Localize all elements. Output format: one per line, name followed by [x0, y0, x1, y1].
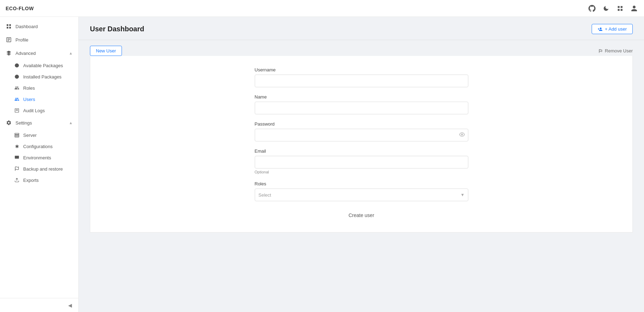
sidebar-collapse-button[interactable]: ◀ [0, 298, 78, 312]
add-user-button[interactable]: + Add user [592, 24, 633, 34]
moon-icon[interactable] [602, 4, 610, 13]
grid-icon[interactable] [616, 4, 624, 13]
svg-rect-3 [621, 9, 623, 11]
installed-packages-icon [14, 74, 20, 79]
email-hint: Optional [255, 170, 468, 174]
name-field-group: Name [255, 94, 468, 114]
sidebar-section-settings-label: Settings [15, 120, 65, 126]
brand-label: ECO-FLOW [6, 6, 34, 11]
sidebar-item-users[interactable]: Users [0, 94, 78, 105]
sidebar-section-settings[interactable]: Settings ▲ [0, 116, 78, 129]
topbar-icons [588, 4, 638, 13]
main-content-area: User Dashboard + Add user New User Remov… [79, 17, 644, 312]
configurations-icon: ✱ [14, 144, 20, 149]
svg-rect-1 [621, 6, 623, 8]
roles-select[interactable]: Select [255, 189, 468, 201]
sidebar-item-configurations[interactable]: ✱ Configurations [0, 141, 78, 152]
sidebar: Dashboard Profile Advanced ▲ [0, 17, 79, 312]
username-label: Username [255, 67, 468, 72]
advanced-chevron-icon: ▲ [69, 51, 73, 55]
sidebar-item-profile-label: Profile [15, 37, 73, 43]
password-wrapper [255, 129, 468, 141]
svg-point-13 [16, 65, 18, 66]
sidebar-item-audit-logs-label: Audit Logs [23, 108, 45, 113]
sidebar-item-installed-packages[interactable]: Installed Packages [0, 71, 78, 82]
name-input[interactable] [255, 102, 468, 114]
email-input[interactable] [255, 156, 468, 168]
sidebar-item-available-packages-label: Available Packages [23, 63, 63, 68]
sidebar-item-environments[interactable]: Environments [0, 152, 78, 163]
profile-icon [6, 37, 12, 43]
environments-icon [14, 155, 20, 160]
sidebar-item-users-label: Users [23, 97, 35, 102]
sidebar-item-installed-packages-label: Installed Packages [23, 74, 61, 79]
server-icon [14, 132, 20, 138]
remove-user-button[interactable]: Remove User [598, 48, 633, 53]
advanced-icon [6, 50, 12, 56]
name-label: Name [255, 94, 468, 100]
svg-rect-22 [15, 156, 19, 159]
user-avatar-icon[interactable] [630, 4, 638, 13]
svg-rect-20 [15, 135, 19, 136]
remove-user-icon [598, 49, 603, 53]
page-title: User Dashboard [90, 25, 144, 33]
users-icon [14, 96, 20, 102]
svg-rect-2 [618, 9, 619, 11]
layout: Dashboard Profile Advanced ▲ [0, 17, 644, 312]
roles-icon [14, 85, 20, 91]
sidebar-item-backup-restore-label: Backup and restore [23, 166, 63, 172]
sidebar-item-audit-logs[interactable]: Audit Logs [0, 105, 78, 116]
svg-rect-19 [15, 133, 19, 134]
sidebar-item-dashboard[interactable]: Dashboard [0, 20, 78, 33]
sidebar-item-configurations-label: Configurations [23, 144, 53, 149]
password-toggle-icon[interactable] [459, 132, 465, 139]
svg-point-25 [461, 134, 463, 135]
svg-rect-6 [7, 27, 8, 28]
topbar: ECO-FLOW [0, 0, 644, 17]
available-packages-icon [14, 63, 20, 68]
roles-select-wrapper: Select ▼ [255, 189, 468, 201]
sidebar-item-dashboard-label: Dashboard [15, 24, 73, 29]
roles-label: Roles [255, 181, 468, 186]
sidebar-section-advanced[interactable]: Advanced ▲ [0, 46, 78, 60]
sidebar-item-exports[interactable]: Exports [0, 174, 78, 186]
settings-icon [6, 120, 12, 126]
svg-rect-4 [7, 24, 8, 26]
email-label: Email [255, 148, 468, 154]
sidebar-item-roles[interactable]: Roles [0, 82, 78, 94]
username-input[interactable] [255, 75, 468, 87]
add-user-button-label: + Add user [605, 26, 627, 32]
create-user-button-label: Create user [349, 212, 374, 218]
backup-restore-icon [14, 166, 20, 172]
sidebar-item-backup-restore[interactable]: Backup and restore [0, 163, 78, 174]
password-input[interactable] [255, 129, 468, 141]
exports-icon [14, 177, 20, 183]
username-field-group: Username [255, 67, 468, 87]
add-user-icon [598, 27, 603, 32]
svg-rect-7 [9, 27, 11, 28]
main-header: User Dashboard + Add user [79, 17, 644, 40]
sidebar-item-roles-label: Roles [23, 85, 35, 91]
form-inner: Username Name Password [249, 67, 474, 221]
sidebar-section-advanced-label: Advanced [15, 51, 65, 56]
roles-field-group: Roles Select ▼ [255, 181, 468, 201]
svg-rect-5 [9, 24, 11, 26]
sidebar-item-server[interactable]: Server [0, 129, 78, 141]
password-field-group: Password [255, 121, 468, 141]
content-area: New User Remove User Username [79, 40, 644, 233]
audit-logs-icon [14, 108, 20, 113]
sidebar-item-profile[interactable]: Profile [0, 33, 78, 46]
new-user-tab-label: New User [96, 48, 116, 53]
svg-point-15 [16, 76, 18, 78]
sidebar-item-available-packages[interactable]: Available Packages [0, 60, 78, 71]
github-icon[interactable] [588, 4, 596, 13]
new-user-tab[interactable]: New User [90, 46, 122, 56]
collapse-icon: ◀ [66, 301, 74, 310]
svg-rect-21 [15, 136, 19, 137]
sidebar-nav: Dashboard Profile Advanced ▲ [0, 17, 78, 298]
sidebar-item-exports-label: Exports [23, 178, 39, 183]
create-user-button[interactable]: Create user [255, 210, 468, 221]
main-scrollable: New User Remove User Username [79, 40, 644, 312]
dashboard-icon [6, 23, 12, 30]
tabs-row: New User Remove User [79, 40, 644, 56]
